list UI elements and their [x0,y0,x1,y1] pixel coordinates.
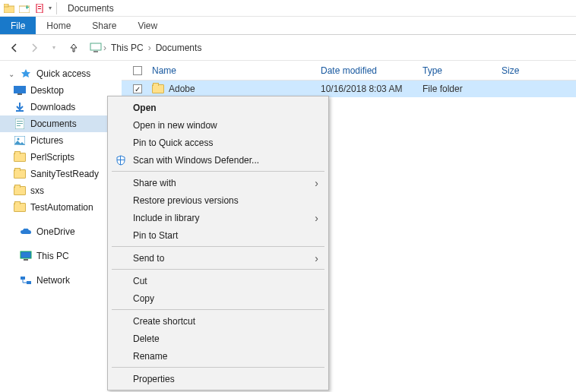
tab-home[interactable]: Home [36,17,81,34]
sidebar-item-label: SanityTestReady [30,169,99,179]
sidebar-item-testautomation[interactable]: TestAutomation [0,199,122,216]
column-type[interactable]: Type [423,65,502,76]
sidebar-item-label: Pictures [30,135,63,146]
menu-scan-defender[interactable]: Scan with Windows Defender... [110,151,326,169]
back-button[interactable] [6,40,23,56]
separator [112,269,324,270]
sidebar-onedrive[interactable]: OneDrive [0,223,122,240]
menu-cut[interactable]: Cut [110,272,326,289]
forward-button[interactable] [26,40,43,56]
sidebar-quick-access[interactable]: ⌄ Quick access [0,65,122,82]
new-folder-icon[interactable] [18,2,30,14]
menu-label: Include in library [133,213,199,223]
chevron-right-icon[interactable]: › [147,43,153,53]
file-type: File folder [423,84,502,94]
column-name[interactable]: Name [147,65,321,76]
up-button[interactable] [65,40,82,56]
file-date: 10/16/2018 8:03 AM [321,84,423,94]
sidebar-item-label: OneDrive [36,226,75,237]
menu-restore-previous[interactable]: Restore previous versions [110,191,326,209]
column-date[interactable]: Date modified [321,65,423,76]
svg-rect-19 [24,259,28,261]
sidebar-item-desktop[interactable]: Desktop [0,82,122,99]
separator [112,309,324,310]
breadcrumb[interactable]: › This PC › Documents [90,43,204,53]
menu-label: Send to [133,253,164,264]
caret-down-icon[interactable]: ⌄ [8,70,15,78]
menu-open-new-window[interactable]: Open in new window [110,116,326,134]
tab-view[interactable]: View [127,17,168,34]
folder-icon [3,2,15,14]
chevron-right-icon: › [315,252,318,264]
table-row[interactable]: Adobe 10/16/2018 8:03 AM File folder [122,81,576,97]
separator [112,367,324,368]
menu-share-with[interactable]: Share with› [110,174,326,191]
column-size[interactable]: Size [502,65,547,76]
sidebar-item-label: Quick access [36,68,90,79]
context-menu: Open Open in new window Pin to Quick acc… [107,96,329,390]
folder-icon [14,201,26,213]
menu-open[interactable]: Open [110,99,326,116]
tab-file[interactable]: File [0,17,36,34]
folder-icon [14,168,26,180]
separator [112,246,324,247]
network-icon [20,274,32,286]
title-bar: ▾ Documents [0,0,576,17]
menu-send-to[interactable]: Send to› [110,249,326,267]
sidebar-item-sanitytestready[interactable]: SanityTestReady [0,166,122,182]
svg-rect-9 [93,51,98,52]
sidebar-item-downloads[interactable]: Downloads [0,99,122,115]
breadcrumb-segment[interactable]: This PC [108,43,147,53]
menu-copy[interactable]: Copy [110,289,326,307]
sidebar-item-label: This PC [36,251,69,261]
sidebar-item-perlscripts[interactable]: PerlScripts [0,149,122,166]
menu-label: Share with [133,178,176,188]
svg-rect-20 [21,277,25,280]
sidebar-item-label: TestAutomation [30,202,93,213]
menu-properties[interactable]: Properties [110,370,326,387]
quick-access-toolbar: ▾ Documents [0,2,117,14]
svg-rect-7 [38,8,41,9]
sidebar-item-sxs[interactable]: sxs [0,182,122,199]
menu-pin-quick-access[interactable]: Pin to Quick access [110,134,326,151]
sidebar-network[interactable]: Network [0,272,122,289]
svg-rect-21 [27,281,31,284]
pc-icon [20,250,32,262]
sidebar-this-pc[interactable]: This PC [0,248,122,264]
qat-dropdown-icon[interactable]: ▾ [49,5,52,11]
chevron-right-icon[interactable]: › [102,43,108,53]
svg-rect-4 [27,5,27,9]
menu-rename[interactable]: Rename [110,347,326,365]
breadcrumb-segment[interactable]: Documents [153,43,205,53]
menu-delete[interactable]: Delete [110,330,326,347]
ribbon-tabs: File Home Share View [0,17,576,35]
pc-icon [90,43,102,53]
svg-point-17 [17,138,20,141]
menu-pin-start[interactable]: Pin to Start [110,226,326,244]
folder-icon [152,83,164,95]
documents-icon [14,118,26,130]
svg-rect-1 [4,4,8,7]
menu-create-shortcut[interactable]: Create shortcut [110,312,326,330]
svg-rect-6 [38,6,41,7]
sidebar-item-pictures[interactable]: Pictures [0,132,122,149]
star-icon [20,68,32,80]
tab-share[interactable]: Share [81,17,127,34]
separator [112,171,324,172]
defender-shield-icon [115,154,127,166]
sidebar-item-documents[interactable]: Documents [0,115,122,132]
recent-dropdown-icon[interactable]: ▾ [46,40,62,56]
sidebar-item-label: Desktop [30,85,64,96]
sidebar-item-label: Network [36,275,70,286]
svg-rect-8 [90,43,101,50]
column-check[interactable] [128,66,147,75]
chevron-right-icon: › [315,212,318,224]
desktop-icon [14,84,26,96]
menu-include-library[interactable]: Include in library› [110,209,326,226]
file-name: Adobe [169,84,195,94]
menu-label: Scan with Windows Defender... [133,155,259,166]
svg-rect-14 [17,123,23,124]
row-checkbox[interactable] [128,84,147,93]
window-title: Documents [68,3,114,14]
properties-icon[interactable] [33,2,46,14]
